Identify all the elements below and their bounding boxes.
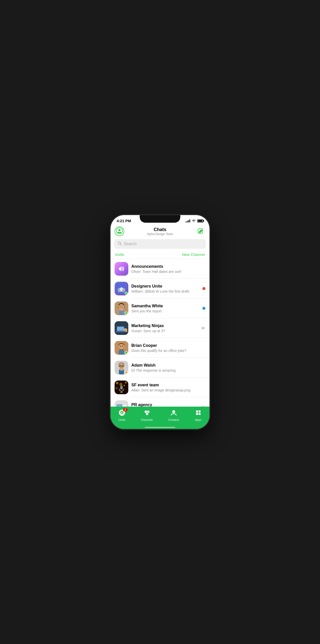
chat-preview-sf: Allan: Sent an image designauqa.png [131, 388, 205, 392]
svg-point-40 [119, 368, 123, 371]
profile-icon [116, 228, 123, 235]
profile-avatar-button[interactable] [115, 226, 124, 236]
chat-name-samantha: Samantha White [131, 304, 200, 308]
svg-point-47 [116, 387, 118, 389]
compose-icon [197, 228, 204, 235]
chat-preview-brian: Does this qualify for an office joke? [131, 349, 205, 353]
chat-item-sf-event[interactable]: SF event team Allan: Sent an image desig… [111, 377, 209, 397]
chat-item-announcements[interactable]: Announcements Oliver: Town Hall dates ar… [111, 259, 209, 279]
chat-name-adam: Adam Walsh [131, 363, 205, 368]
search-placeholder: Search [124, 242, 137, 246]
chat-avatar-announcements [115, 262, 128, 276]
search-icon [118, 241, 122, 247]
chat-name-pr: PR agency [131, 403, 199, 407]
unread-dot-samantha [202, 307, 205, 310]
chat-name-announcements: Announcements [131, 264, 205, 269]
svg-point-70 [148, 411, 149, 412]
chat-list: Announcements Oliver: Town Hall dates ar… [111, 259, 209, 407]
svg-point-44 [125, 382, 127, 384]
apps-icon [195, 409, 202, 416]
status-icons [186, 219, 203, 222]
chat-info-adam: Adam Walsh The response is amazing [131, 363, 205, 372]
svg-rect-30 [120, 347, 123, 347]
tab-apps[interactable]: Apps [195, 409, 202, 421]
chat-info-sf: SF event team Allan: Sent an image desig… [131, 383, 205, 392]
chat-preview-marketing: Susan: Sync up at 3? [131, 329, 199, 333]
tab-chats[interactable]: 2 Chats [118, 409, 126, 421]
new-channel-button[interactable]: New Channel [182, 252, 205, 257]
tab-chats-icon-wrap: 2 [118, 409, 126, 417]
chat-item-designers-unite[interactable]: Designers Unite William: @Bob W Love the… [111, 279, 209, 298]
tab-chats-label: Chats [118, 418, 126, 421]
chat-item-pr[interactable]: PR agency Brian: Let's all meet some tim… [111, 397, 209, 407]
home-indicator-bar [111, 427, 209, 429]
chat-preview-designers: William: @Bob W Love the first draft! [131, 289, 200, 293]
svg-point-15 [119, 308, 124, 311]
chat-name-sf: SF event team [131, 383, 205, 387]
tab-channels-label: Channels [141, 418, 153, 421]
svg-rect-22 [126, 328, 127, 330]
status-time: 4:21 PM [117, 219, 131, 223]
chat-item-brian[interactable]: Brian Cooper Does this qualify for an of… [111, 338, 209, 358]
wifi-icon [192, 219, 196, 222]
unread-dot-designers [202, 287, 205, 290]
chat-item-adam[interactable]: Adam Walsh The response is amazing [111, 358, 209, 377]
chat-avatar-samantha [115, 301, 128, 315]
tab-bar: 2 Chats Channels [111, 407, 209, 427]
chat-info-announcements: Announcements Oliver: Town Hall dates ar… [131, 264, 205, 274]
chat-avatar-sf [115, 381, 128, 394]
chat-name-brian: Brian Cooper [131, 343, 205, 348]
chat-avatar-pr [115, 400, 128, 407]
svg-point-10 [120, 287, 123, 291]
action-row: Invite New Channel [111, 251, 209, 259]
tab-contacts[interactable]: Contacts [168, 409, 179, 421]
svg-rect-23 [126, 331, 128, 332]
phone-screen: 4:21 PM [111, 215, 209, 429]
chat-name-marketing: Marketing Ninjas [131, 324, 199, 328]
svg-rect-21 [124, 328, 125, 330]
svg-point-45 [119, 383, 122, 386]
svg-rect-18 [117, 327, 124, 331]
invite-button[interactable]: Invite [115, 252, 124, 257]
svg-rect-41 [132, 369, 135, 372]
header-center: Chats Alpha Design Team [147, 227, 173, 236]
svg-point-71 [146, 413, 148, 415]
compose-button[interactable] [196, 226, 205, 236]
notch [140, 215, 180, 223]
tab-channels-icon-wrap [143, 409, 150, 417]
svg-rect-48 [120, 386, 123, 390]
header: Chats Alpha Design Team [111, 224, 209, 239]
header-subtitle: Alpha Design Team [147, 232, 173, 236]
tab-channels[interactable]: Channels [141, 409, 153, 421]
svg-line-5 [120, 244, 121, 245]
svg-point-46 [123, 385, 125, 386]
chat-info-marketing: Marketing Ninjas Susan: Sync up at 3? [131, 324, 199, 333]
chat-avatar-adam [115, 361, 128, 374]
home-indicator [145, 427, 175, 428]
chat-avatar-brian [115, 341, 128, 355]
chat-item-marketing[interactable]: Marketing Ninjas Susan: Sync up at 3? [111, 318, 209, 338]
tab-apps-icon-wrap [195, 409, 202, 417]
search-bar[interactable]: Search [114, 239, 206, 249]
chat-item-samantha[interactable]: Samantha White Sent you the report [111, 298, 209, 318]
channels-icon [143, 409, 150, 416]
svg-rect-76 [199, 413, 201, 415]
chat-info-designers: Designers Unite William: @Bob W Love the… [131, 284, 200, 293]
svg-rect-19 [116, 331, 125, 332]
tab-apps-label: Apps [195, 418, 201, 421]
muted-icon-marketing [201, 326, 205, 330]
chat-badge: 2 [123, 408, 128, 411]
contacts-icon [170, 409, 177, 416]
svg-point-28 [120, 346, 121, 347]
battery-icon [197, 219, 203, 222]
chat-info-pr: PR agency Brian: Let's all meet some tim… [131, 403, 199, 407]
chat-info-brian: Brian Cooper Does this qualify for an of… [131, 343, 205, 353]
svg-point-13 [119, 304, 123, 309]
online-dot-designers [125, 292, 128, 295]
online-dot-samantha [125, 312, 128, 315]
chat-meta-marketing [201, 326, 205, 330]
svg-rect-54 [117, 405, 122, 407]
online-dot-brian [125, 351, 128, 354]
chat-avatar-designers [115, 282, 128, 295]
chat-preview-samantha: Sent you the report [131, 309, 200, 313]
